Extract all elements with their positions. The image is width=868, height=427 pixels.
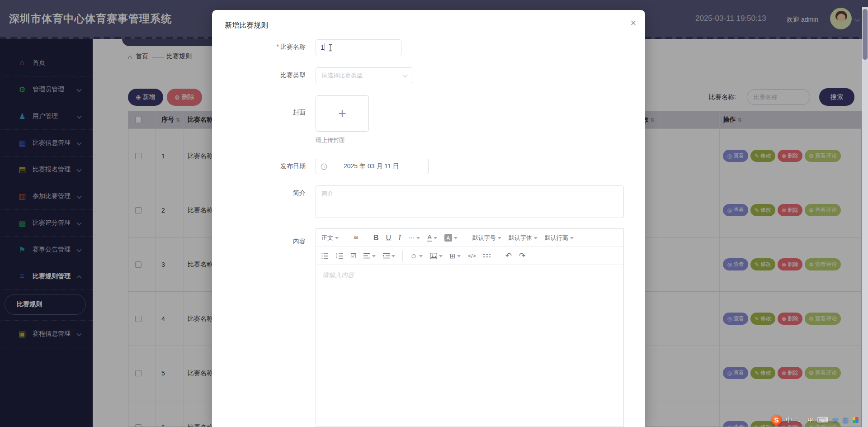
- toolbar-divider: [498, 251, 498, 261]
- ordered-list-button[interactable]: 123: [336, 253, 343, 259]
- undo-button[interactable]: ↶: [505, 251, 512, 261]
- todo-list-button[interactable]: ☑: [350, 252, 356, 260]
- editor-toolbar-row1: 正文 “ B U I ⋯ A A 默认字号 默认字体: [316, 229, 623, 247]
- emoji-dropdown[interactable]: ☺: [410, 252, 422, 260]
- field-label-date: 发布日期: [212, 162, 306, 171]
- bold-button[interactable]: B: [373, 234, 379, 242]
- bullet-list-button[interactable]: [321, 253, 329, 259]
- caret-down-icon: [439, 255, 443, 257]
- image-dropdown[interactable]: [430, 253, 443, 259]
- plus-icon: +: [338, 106, 346, 121]
- font-color-icon: A: [427, 234, 431, 242]
- ime-board-icon[interactable]: ⊞: [842, 416, 848, 424]
- underline-button[interactable]: U: [386, 234, 392, 242]
- image-icon: [430, 253, 437, 259]
- rich-text-editor: 正文 “ B U I ⋯ A A 默认字号 默认字体: [316, 228, 624, 427]
- font-color-dropdown[interactable]: A: [427, 234, 437, 242]
- mic-icon[interactable]: Ψ: [807, 416, 813, 424]
- add-rule-modal: 新增比赛规则 × *比赛名称 比赛类型 请选择比赛类型 封面 + 请上传封面 发…: [212, 10, 645, 427]
- font-size-label: 默认字号: [472, 234, 496, 242]
- bullet-list-icon: [321, 253, 329, 259]
- ime-grid-icon[interactable]: [853, 417, 859, 423]
- caret-down-icon: [392, 255, 395, 257]
- scrollbar-thumb[interactable]: [863, 9, 868, 60]
- ime-lang-icon[interactable]: 中: [786, 416, 793, 424]
- field-label-name: *比赛名称: [212, 43, 306, 51]
- field-label-name-text: 比赛名称: [280, 43, 306, 50]
- italic-button[interactable]: I: [398, 234, 401, 242]
- divider-button[interactable]: [483, 254, 491, 258]
- caret-down-icon: [335, 237, 339, 239]
- align-icon: [363, 253, 370, 259]
- more-styles-dropdown[interactable]: ⋯: [408, 234, 420, 242]
- toolbar-divider: [402, 251, 403, 261]
- keyboard-icon[interactable]: ⌨: [817, 415, 828, 425]
- chevron-down-icon: [403, 72, 408, 77]
- cover-upload-box[interactable]: +: [316, 95, 369, 132]
- ime-toolbar: S 中 ’。 Ψ ⌨ ⚒ ⊞: [771, 415, 859, 425]
- caret-down-icon: [498, 237, 501, 239]
- publish-date-value: 2025 年 03 月 11 日: [344, 162, 399, 171]
- table-dropdown[interactable]: ⊞: [450, 252, 461, 260]
- blockquote-button[interactable]: “: [354, 237, 359, 242]
- sogou-logo-icon[interactable]: S: [771, 415, 782, 425]
- editor-content-area[interactable]: 请输入内容: [316, 265, 623, 427]
- toolbar-divider: [465, 232, 465, 243]
- ordered-list-icon: 123: [336, 253, 343, 259]
- caret-down-icon: [570, 237, 574, 239]
- bg-color-dropdown[interactable]: A: [444, 234, 458, 242]
- font-family-dropdown[interactable]: 默认字体: [509, 234, 538, 242]
- clock-icon: [321, 163, 327, 170]
- emoji-icon: ☺: [410, 252, 417, 260]
- ime-punct-icon[interactable]: ’。: [797, 416, 803, 424]
- editor-toolbar-row2: 123 ☑ ☺ ⊞ </>: [316, 247, 623, 265]
- caret-down-icon: [457, 255, 461, 257]
- field-label-type: 比赛类型: [212, 71, 306, 80]
- code-button[interactable]: </>: [468, 253, 476, 259]
- redo-button[interactable]: ↷: [519, 251, 525, 261]
- intro-textarea[interactable]: [316, 185, 624, 218]
- toolbar-divider: [366, 232, 366, 243]
- font-size-dropdown[interactable]: 默认字号: [472, 234, 501, 242]
- vertical-scrollbar[interactable]: [862, 7, 868, 427]
- toolbar-divider: [346, 232, 346, 243]
- caret-down-icon: [372, 255, 376, 257]
- indent-icon: [383, 253, 390, 259]
- font-family-label: 默认字体: [509, 234, 532, 242]
- select-placeholder: 请选择比赛类型: [321, 71, 363, 80]
- editor-placeholder: 请输入内容: [322, 271, 354, 280]
- align-dropdown[interactable]: [363, 253, 376, 259]
- text-caret: [325, 43, 325, 51]
- modal-title: 新增比赛规则: [225, 21, 268, 30]
- line-height-dropdown[interactable]: 默认行高: [545, 234, 574, 242]
- line-height-label: 默认行高: [545, 234, 568, 242]
- caret-down-icon: [416, 237, 420, 239]
- caret-down-icon: [434, 237, 437, 239]
- publish-date-input[interactable]: 2025 年 03 月 11 日: [316, 159, 429, 174]
- field-label-intro: 简介: [212, 189, 306, 197]
- close-icon[interactable]: ×: [628, 17, 639, 29]
- field-label-cover: 封面: [212, 109, 306, 117]
- field-label-content: 内容: [212, 237, 306, 246]
- match-type-select[interactable]: 请选择比赛类型: [316, 67, 412, 83]
- ime-tools-icon[interactable]: ⚒: [832, 416, 838, 424]
- required-mark: *: [277, 43, 279, 50]
- ibeam-cursor-icon: [328, 44, 333, 52]
- svg-text:3: 3: [336, 257, 337, 259]
- bg-color-icon: A: [444, 234, 452, 242]
- indent-dropdown[interactable]: [383, 253, 395, 259]
- paragraph-style-label: 正文: [321, 234, 333, 242]
- caret-down-icon: [419, 255, 423, 257]
- cover-upload-hint: 请上传封面: [316, 136, 345, 144]
- caret-down-icon: [534, 237, 538, 239]
- more-icon: ⋯: [408, 234, 415, 242]
- table-icon: ⊞: [450, 252, 456, 260]
- caret-down-icon: [454, 237, 458, 239]
- paragraph-style-dropdown[interactable]: 正文: [321, 234, 339, 242]
- horizontal-rule-icon: [483, 254, 491, 258]
